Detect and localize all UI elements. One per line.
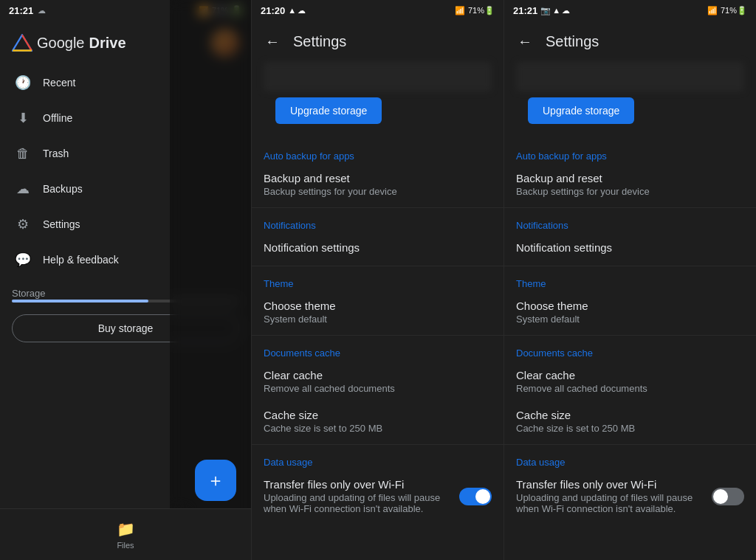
panel-right-upgrade-button[interactable]: Upgrade storage	[528, 97, 634, 124]
panel-right-item-clear-cache[interactable]: Clear cache Remove all cached documents	[504, 362, 756, 401]
logo-google-text: Google	[37, 35, 85, 52]
sidebar-item-label-trash: Trash	[43, 148, 69, 159]
panel-left-divider-2	[252, 266, 504, 266]
sidebar-item-label-help: Help & feedback	[43, 254, 119, 266]
drive-logo-icon	[12, 34, 32, 52]
settings-icon: ⚙	[15, 216, 31, 232]
panel-right-cache-size-subtitle: Cache size is set to 250 MB	[516, 423, 744, 434]
trash-icon: 🗑	[15, 145, 31, 162]
settings-panel-right: 21:21 📷 ▲ ☁ 📶 71%🔋 ← Settings Upgrade st…	[504, 0, 756, 560]
panel-left-backup-reset-subtitle: Backup settings for your device	[264, 186, 492, 197]
bottom-navigation: 📁 Files	[0, 508, 251, 560]
settings-panel-left: 21:20 ▲ ☁ 📶 71%🔋 ← Settings Upgrade stor…	[251, 0, 504, 560]
panel-right-upgrade-btn-wrap: Upgrade storage	[516, 97, 744, 136]
panel-right-backup-reset-subtitle: Backup settings for your device	[516, 186, 744, 197]
svg-line-1	[22, 35, 32, 51]
panel-right-time: 21:21	[513, 5, 537, 16]
panel-left-item-backup-reset[interactable]: Backup and reset Backup settings for you…	[252, 165, 504, 204]
panel-right-divider-4	[504, 444, 756, 445]
panel-right-item-cache-size[interactable]: Cache size Cache size is set to 250 MB	[504, 401, 756, 441]
panel-right-item-transfer-wifi[interactable]: Transfer files only over Wi-Fi Uploading…	[504, 471, 756, 522]
files-icon: 📁	[117, 520, 135, 538]
panel-left-wifi-icon: 📶	[455, 6, 465, 15]
bottom-nav-files-label: Files	[117, 541, 134, 550]
sidebar-item-label-recent: Recent	[43, 77, 75, 89]
panel-left-back-button[interactable]: ←	[264, 32, 281, 50]
panel-right-choose-theme-title: Choose theme	[516, 300, 744, 312]
panel-left-section-theme-header: Theme	[252, 269, 504, 292]
panel-left-cache-size-subtitle: Cache size is set to 250 MB	[264, 423, 492, 434]
panel-right-back-button[interactable]: ←	[516, 32, 534, 50]
panel-right-transfer-wifi-subtitle: Uploading and updating of files will pau…	[516, 492, 712, 514]
panel-left-section-notifications-header: Notifications	[252, 211, 504, 234]
panel-left-cache-size-title: Cache size	[264, 409, 492, 421]
storage-bar-fill	[12, 300, 148, 303]
sidebar-status-icons: ☁	[38, 6, 46, 15]
panel-left-storage-blurred	[264, 62, 492, 91]
panel-left-choose-theme-title: Choose theme	[264, 300, 492, 312]
panel-left-choose-theme-subtitle: System default	[264, 314, 492, 325]
backups-icon: ☁	[15, 181, 31, 197]
offline-icon: ⬇	[15, 110, 31, 126]
panel-left-item-choose-theme[interactable]: Choose theme System default	[252, 292, 504, 332]
panel-right-backup-reset-title: Backup and reset	[516, 172, 744, 184]
panel-right-section-theme-header: Theme	[504, 269, 756, 292]
panel-left-backup-reset-title: Backup and reset	[264, 172, 492, 184]
panel-right-section-data-usage-header: Data usage	[504, 448, 756, 471]
panel-left-transfer-wifi-text: Transfer files only over Wi-Fi Uploading…	[264, 478, 459, 514]
panel-right-choose-theme-subtitle: System default	[516, 314, 744, 325]
panel-left-section-auto-backup-header: Auto backup for apps	[252, 142, 504, 165]
panel-right-section-auto-backup-header: Auto backup for apps	[504, 142, 756, 165]
panel-right-wifi-toggle[interactable]	[712, 488, 744, 505]
panel-left-status-icons: 📶 71%🔋	[455, 6, 495, 15]
panel-left-upgrade-button[interactable]: Upgrade storage	[275, 97, 382, 124]
panel-right-item-backup-reset[interactable]: Backup and reset Backup settings for you…	[504, 165, 756, 204]
sidebar-item-label-backups: Backups	[43, 183, 83, 195]
svg-marker-0	[13, 35, 32, 51]
sidebar: 21:21 ☁ 📶 71% 🔋 Google Drive 🕐 Recent	[0, 0, 251, 560]
panel-left-item-notification-settings[interactable]: Notification settings	[252, 234, 504, 263]
panel-left-divider-4	[252, 444, 504, 445]
panel-right-wifi-icon: 📶	[707, 6, 718, 15]
panel-right-divider-1	[504, 207, 756, 208]
panel-left-upgrade-btn-wrap: Upgrade storage	[264, 97, 492, 136]
panel-left-item-transfer-wifi[interactable]: Transfer files only over Wi-Fi Uploading…	[252, 471, 504, 522]
settings-panels: 21:20 ▲ ☁ 📶 71%🔋 ← Settings Upgrade stor…	[251, 0, 756, 560]
panel-left-time: 21:20	[261, 5, 285, 16]
app-logo: Google Drive	[12, 34, 126, 52]
panel-right-storage-blurred	[516, 62, 744, 91]
panel-left-item-cache-size[interactable]: Cache size Cache size is set to 250 MB	[252, 401, 504, 441]
recent-icon: 🕐	[15, 75, 31, 91]
panel-right-notification-settings-title: Notification settings	[516, 241, 744, 254]
panel-left-section-data-usage-header: Data usage	[252, 448, 504, 471]
panel-right-cache-size-title: Cache size	[516, 409, 744, 421]
panel-left-header: ← Settings	[252, 21, 504, 62]
panel-right-camera-icon: 📷	[540, 6, 551, 15]
fab-add-button[interactable]: ＋	[195, 460, 236, 501]
help-icon: 💬	[15, 252, 31, 268]
panel-left-transfer-wifi-subtitle: Uploading and updating of files will pau…	[264, 492, 459, 514]
bottom-nav-files[interactable]: 📁 Files	[117, 520, 135, 550]
sidebar-status-time: 21:21	[9, 5, 33, 16]
panel-right-battery: 71%🔋	[721, 6, 747, 15]
panel-left-divider-3	[252, 335, 504, 336]
panel-right-clear-cache-title: Clear cache	[516, 369, 744, 381]
panel-right-item-notification-settings[interactable]: Notification settings	[504, 234, 756, 263]
panel-right-cloud-icon: ☁	[562, 6, 570, 15]
panel-right-location-icon: ▲	[552, 6, 560, 15]
storage-label: Storage	[12, 288, 46, 299]
panel-left-clear-cache-subtitle: Remove all cached documents	[264, 383, 492, 394]
panel-left-title: Settings	[293, 33, 346, 50]
panel-right-header: ← Settings	[504, 21, 756, 62]
panel-right-transfer-wifi-title: Transfer files only over Wi-Fi	[516, 478, 712, 491]
panel-right-status-bar: 21:21 📷 ▲ ☁ 📶 71%🔋	[504, 0, 756, 21]
panel-left-transfer-wifi-title: Transfer files only over Wi-Fi	[264, 478, 459, 491]
panel-left-item-clear-cache[interactable]: Clear cache Remove all cached documents	[252, 362, 504, 401]
panel-right-title: Settings	[546, 33, 599, 50]
panel-left-section-docs-cache-header: Documents cache	[252, 339, 504, 362]
panel-right-section-notifications-header: Notifications	[504, 211, 756, 234]
panel-left-wifi-toggle[interactable]	[459, 488, 492, 505]
panel-right-transfer-wifi-text: Transfer files only over Wi-Fi Uploading…	[516, 478, 712, 514]
panel-right-item-choose-theme[interactable]: Choose theme System default	[504, 292, 756, 332]
panel-left-battery: 71%🔋	[468, 6, 495, 15]
